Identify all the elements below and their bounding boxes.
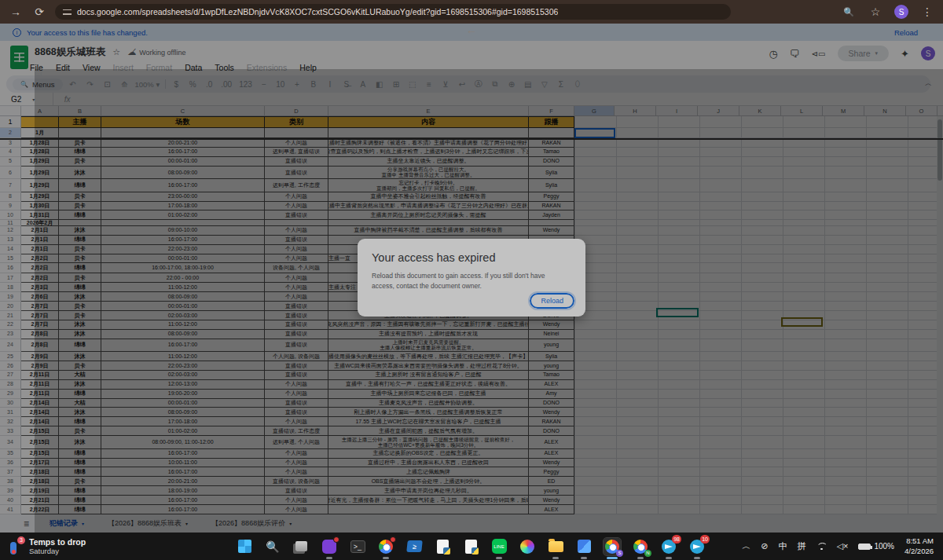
battery-icon [858, 544, 871, 550]
back-icon[interactable]: ← [0, 24, 943, 533]
taskbar-chrome-icon[interactable]: S [604, 538, 621, 555]
taskbar-line-icon[interactable]: LINE [490, 538, 508, 555]
taskbar-py-icon[interactable] [434, 538, 451, 555]
taskbar-clock[interactable]: 8:51 AM 4/2/2026 [904, 536, 934, 556]
volume-muted-icon[interactable]: ◁× [837, 541, 849, 551]
taskbar-folder-icon[interactable] [547, 538, 564, 555]
wifi-icon[interactable] [816, 543, 827, 551]
browser-menu-icon[interactable]: ⋮ [919, 5, 935, 18]
bookmark-star-icon[interactable]: ☆ [868, 5, 883, 18]
address-bar[interactable]: docs.google.com/spreadsheets/d/1wpDfLezN… [55, 4, 731, 20]
taskbar-start-icon[interactable] [236, 538, 253, 555]
taskbar-ps-icon[interactable]: ≥ [405, 538, 423, 555]
taskbar-chrome-icon[interactable] [377, 538, 394, 555]
system-tray: ︿ ⊘ 中 拼 ◁× 100% 8:51 AM 4/2/2026 [742, 536, 943, 556]
browser-toolbar: ← → ⟳ docs.google.com/spreadsheets/d/1wp… [0, 0, 943, 24]
taskbar-photos-icon[interactable] [575, 538, 593, 555]
do-not-disturb-icon[interactable]: ⊘ [761, 541, 768, 551]
taskbar-chrome-icon[interactable]: N [632, 538, 649, 555]
taskbar-search-icon[interactable]: 🔍 [264, 538, 281, 555]
browser-profile-avatar[interactable]: S [894, 5, 908, 19]
tray-chevron-icon[interactable]: ︿ [742, 540, 750, 552]
ime-language-icon[interactable]: 中 [779, 540, 787, 552]
taskbar-shield-icon[interactable] [321, 538, 338, 555]
battery-indicator[interactable]: 100% [858, 542, 894, 551]
reload-icon[interactable]: ⟳ [31, 5, 47, 18]
weather-icon: 3 [8, 539, 24, 555]
taskbar-py-icon[interactable] [462, 538, 479, 555]
site-settings-icon[interactable] [63, 9, 72, 16]
taskbar-taskview-icon[interactable] [292, 538, 310, 555]
weather-headline: Temps to drop [29, 537, 86, 547]
taskbar-term-icon[interactable]: >_ [349, 538, 366, 555]
screen: ← → ⟳ docs.google.com/spreadsheets/d/1wp… [0, 0, 943, 560]
zoom-icon[interactable]: 🔍 [841, 7, 857, 17]
url-text: docs.google.com/spreadsheets/d/1wpDfLezN… [77, 7, 558, 16]
weather-subline: Saturday [29, 547, 86, 555]
windows-taskbar: 3 Temps to drop Saturday 🔍>_≥LINESN9810 … [0, 533, 943, 560]
forward-icon[interactable]: → [8, 5, 24, 18]
weather-widget[interactable]: 3 Temps to drop Saturday [0, 537, 236, 555]
taskbar-telegram-icon[interactable]: 10 [688, 538, 706, 555]
taskbar-copilot-icon[interactable] [519, 538, 536, 555]
taskbar-telegram-icon[interactable]: 98 [660, 538, 677, 555]
ime-pinyin-icon[interactable]: 拼 [798, 540, 806, 552]
